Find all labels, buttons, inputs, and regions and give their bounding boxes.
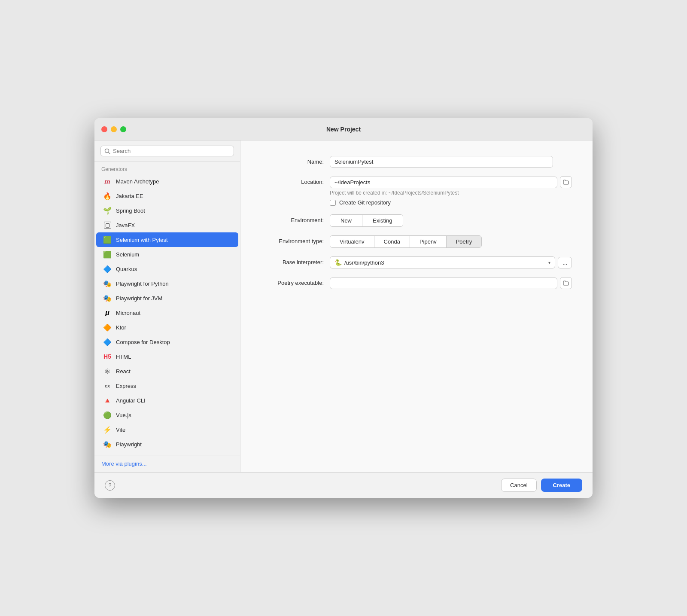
sidebar-item-label-angular: Angular CLI (116, 397, 146, 404)
minimize-button[interactable] (111, 126, 117, 132)
close-button[interactable] (101, 126, 107, 132)
jakarta-icon: 🔥 (103, 192, 112, 200)
sidebar-item-selenium[interactable]: 🟩Selenium (96, 247, 238, 262)
html-icon: H5 (103, 352, 112, 361)
sidebar-item-selenium-pytest[interactable]: 🟩Selenium with Pytest (96, 232, 238, 247)
interpreter-more-button[interactable]: ... (558, 257, 572, 268)
sidebar-item-playwright-python[interactable]: 🎭Playwright for Python (96, 276, 238, 291)
env-type-pipenv[interactable]: Pipenv (410, 236, 447, 247)
sidebar-item-jakarta[interactable]: 🔥Jakarta EE (96, 189, 238, 203)
location-folder-button[interactable] (560, 176, 572, 188)
react-icon: ⚛ (103, 367, 112, 375)
content-area: Generators mMaven Archetype🔥Jakarta EE🌱S… (94, 140, 593, 472)
env-type-conda[interactable]: Conda (374, 236, 410, 247)
sidebar-list: mMaven Archetype🔥Jakarta EE🌱Spring Boot▢… (94, 174, 240, 455)
express-icon: ex (103, 381, 112, 390)
location-label: Location: (261, 176, 330, 185)
location-row: Location: Project will be created in: ~/… (261, 176, 572, 206)
location-hint: Project will be created in: ~/IdeaProjec… (330, 190, 572, 196)
playwright-jvm-icon: 🎭 (103, 294, 112, 302)
sidebar-item-playwright[interactable]: 🎭Playwright (96, 437, 238, 451)
interpreter-input-row: 🐍 /usr/bin/python3 ▾ ... (330, 256, 572, 268)
search-icon (104, 148, 110, 154)
sidebar-item-react[interactable]: ⚛React (96, 364, 238, 378)
sidebar-item-label-express: Express (116, 383, 136, 389)
traffic-lights (101, 126, 126, 132)
selenium-icon: 🟩 (103, 250, 112, 259)
poetry-control (330, 277, 572, 289)
create-button[interactable]: Create (541, 479, 582, 492)
ktor-icon: 🔶 (103, 323, 112, 332)
sidebar-item-javafx[interactable]: ▢JavaFX (96, 218, 238, 232)
sidebar-item-angular[interactable]: 🔺Angular CLI (96, 393, 238, 408)
env-type-row: Environment type: Virtualenv Conda Pipen… (261, 235, 572, 248)
playwright-python-icon: 🎭 (103, 279, 112, 288)
chevron-down-icon: ▾ (548, 260, 550, 265)
sidebar-item-playwright-jvm[interactable]: 🎭Playwright for JVM (96, 291, 238, 305)
maximize-button[interactable] (120, 126, 126, 132)
more-plugins-link[interactable]: More via plugins... (101, 460, 147, 467)
environment-row: Environment: New Existing (261, 214, 572, 227)
sidebar-item-quarkus[interactable]: 🔷Quarkus (96, 262, 238, 276)
sidebar-item-label-javafx: JavaFX (116, 222, 135, 229)
sidebar-item-ktor[interactable]: 🔶Ktor (96, 320, 238, 335)
titlebar: New Project (94, 118, 593, 140)
env-type-control: Virtualenv Conda Pipenv Poetry (330, 235, 572, 248)
sidebar-item-html[interactable]: H5HTML (96, 349, 238, 364)
sidebar-item-spring[interactable]: 🌱Spring Boot (96, 203, 238, 218)
selenium-pytest-icon: 🟩 (103, 235, 112, 244)
playwright-icon: 🎭 (103, 440, 112, 448)
poetry-input[interactable] (330, 278, 557, 289)
sidebar-item-compose[interactable]: 🔷Compose for Desktop (96, 335, 238, 349)
vite-icon: ⚡ (103, 425, 112, 434)
name-control (330, 156, 572, 168)
angular-icon: 🔺 (103, 396, 112, 405)
poetry-input-row (330, 277, 572, 289)
main-content: Name: Location: (240, 140, 593, 472)
interpreter-select[interactable]: 🐍 /usr/bin/python3 ▾ (330, 256, 555, 268)
location-input[interactable] (330, 177, 557, 188)
env-toggle: New Existing (330, 214, 403, 227)
env-type-poetry[interactable]: Poetry (447, 236, 482, 247)
sidebar-item-label-playwright: Playwright (116, 441, 142, 448)
interpreter-value: /usr/bin/python3 (344, 259, 546, 266)
interpreter-label: Base interpreter: (261, 256, 330, 265)
spring-icon: 🌱 (103, 206, 112, 215)
sidebar-item-micronaut[interactable]: μMicronaut (96, 305, 238, 320)
env-type-virtualenv[interactable]: Virtualenv (330, 236, 374, 247)
name-input[interactable] (330, 156, 553, 168)
cancel-button[interactable]: Cancel (501, 479, 536, 492)
sidebar-item-label-micronaut: Micronaut (116, 310, 140, 316)
interpreter-control: 🐍 /usr/bin/python3 ▾ ... (330, 256, 572, 268)
sidebar-item-maven[interactable]: mMaven Archetype (96, 174, 238, 189)
sidebar-section-label: Generators (94, 162, 240, 174)
sidebar-item-express[interactable]: exExpress (96, 378, 238, 393)
sidebar-item-label-vuejs: Vue.js (116, 412, 131, 418)
sidebar-item-label-playwright-python: Playwright for Python (116, 281, 169, 287)
interpreter-row: Base interpreter: 🐍 /usr/bin/python3 ▾ .… (261, 256, 572, 268)
env-new-button[interactable]: New (330, 215, 362, 226)
git-row: Create Git repository (330, 199, 572, 206)
search-input-wrapper[interactable] (100, 146, 234, 156)
sidebar-item-label-spring: Spring Boot (116, 207, 145, 214)
maven-icon: m (103, 177, 112, 186)
poetry-folder-icon (563, 281, 569, 286)
sidebar-item-label-html: HTML (116, 354, 131, 360)
folder-icon (563, 180, 569, 185)
sidebar-item-vuejs[interactable]: 🟢Vue.js (96, 408, 238, 422)
location-input-row (330, 176, 572, 188)
window-title: New Project (326, 126, 361, 133)
sidebar-item-vite[interactable]: ⚡Vite (96, 422, 238, 437)
sidebar-item-label-selenium-pytest: Selenium with Pytest (116, 237, 168, 243)
env-type-label: Environment type: (261, 235, 330, 244)
environment-control: New Existing (330, 214, 572, 227)
poetry-folder-button[interactable] (560, 277, 572, 289)
bottom-actions: Cancel Create (501, 479, 582, 492)
git-checkbox[interactable] (330, 200, 336, 206)
sidebar-item-label-quarkus: Quarkus (116, 266, 137, 272)
search-box (94, 140, 240, 162)
sidebar-item-label-selenium: Selenium (116, 251, 139, 258)
help-button[interactable]: ? (105, 480, 115, 491)
env-existing-button[interactable]: Existing (362, 215, 403, 226)
search-input[interactable] (113, 148, 230, 154)
